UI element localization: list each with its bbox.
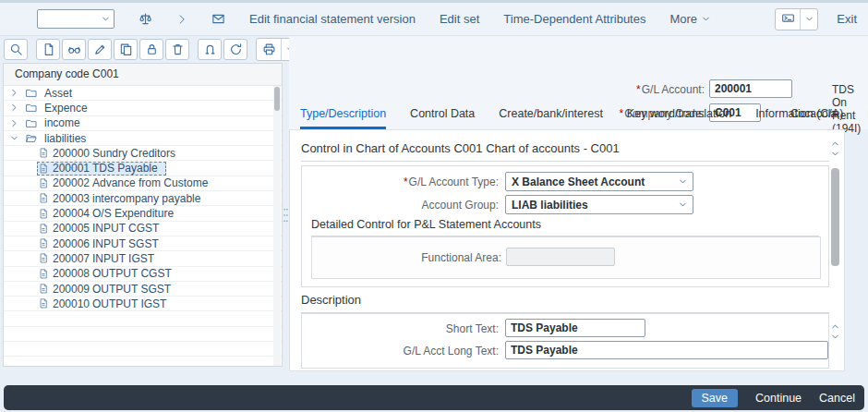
description-group-box: Short Text: G/L Acct Long Text:	[301, 313, 829, 369]
content-scrollbar-thumb[interactable]	[831, 168, 839, 266]
tab-content-panel: Control in Chart of Accounts C001 Chart …	[289, 129, 845, 371]
balance-scale-icon[interactable]	[139, 12, 152, 26]
more-label: More	[669, 12, 697, 26]
tree-item-200008[interactable]: 200008OUTPUT CGST	[4, 267, 282, 282]
account-number: 200002	[53, 176, 92, 189]
account-name: INPUT SGST	[92, 237, 159, 250]
tree-item-200003[interactable]: 200003intercompany payable	[4, 191, 282, 206]
long-text-input[interactable]	[505, 341, 828, 359]
account-note-icon	[38, 268, 49, 280]
tab-control-data[interactable]: Control Data	[410, 98, 475, 129]
mail-icon[interactable]	[211, 12, 225, 26]
create-icon	[42, 42, 55, 56]
tree-scrollbar-thumb[interactable]	[274, 87, 280, 111]
tree-item-200005[interactable]: 200005INPUT CGST	[4, 222, 282, 236]
tree-item-200006[interactable]: 200006INPUT SGST	[4, 236, 282, 251]
gl-account-label: *G/L Account:	[520, 83, 705, 96]
tree-item-content[interactable]: 200002Advance from Custome	[37, 176, 216, 190]
chevron-right-icon[interactable]	[10, 119, 18, 127]
continue-button[interactable]: Continue	[755, 392, 802, 405]
tree-item-200001[interactable]: 200001TDS Payable	[4, 161, 282, 176]
tab-information-c-a[interactable]: Information (C/A)	[755, 98, 843, 129]
account-number: 200000	[53, 147, 92, 160]
search-button[interactable]	[4, 39, 28, 60]
tree-folder-income[interactable]: income	[4, 116, 282, 131]
pl-control-box: Functional Area:	[311, 236, 821, 279]
menu-edit-set[interactable]: Edit set	[440, 12, 479, 26]
scroll-up-icon[interactable]	[831, 322, 839, 331]
create-button[interactable]	[36, 39, 60, 60]
print-button[interactable]	[257, 39, 281, 60]
command-combobox[interactable]	[37, 9, 115, 29]
tab-type-description[interactable]: Type/Description	[300, 98, 386, 129]
chevron-right-icon[interactable]	[10, 89, 18, 97]
tree-item-200010[interactable]: 200010OUTPUT IGST	[4, 297, 282, 311]
refresh-button[interactable]	[223, 39, 247, 60]
where-used-icon	[203, 42, 217, 56]
gui-actions-dropdown[interactable]	[800, 9, 817, 30]
tree-item-200009[interactable]: 200009OUTPUT SGST	[4, 282, 282, 297]
panel-splitter[interactable]	[283, 63, 289, 367]
delete-button[interactable]	[165, 39, 189, 60]
menu-time-dependent-attributes[interactable]: Time-Dependent Attributes	[503, 12, 645, 26]
folder-icon	[25, 117, 38, 129]
gui-actions-split-button[interactable]	[775, 8, 818, 30]
gl-account-type-select[interactable]: X Balance Sheet Account	[505, 172, 693, 191]
account-note-icon	[38, 208, 49, 220]
exit-button[interactable]: Exit	[837, 12, 857, 26]
gui-actions-icon[interactable]	[776, 9, 800, 30]
tree-item-content[interactable]: 200007INPUT IGST	[37, 251, 163, 265]
tree-item-content[interactable]: 200009OUTPUT SGST	[37, 282, 179, 296]
tree-item-content[interactable]: 200004O/S Expenditure	[37, 207, 182, 221]
tree-item-content[interactable]: 200006INPUT SGST	[37, 236, 167, 250]
scroll-down-icon[interactable]	[831, 150, 839, 158]
account-note-icon	[38, 163, 49, 175]
edit-button[interactable]	[88, 39, 112, 60]
tab-key-word-translation[interactable]: Key word/translation	[627, 98, 731, 129]
lock-button[interactable]	[139, 39, 163, 60]
copy-button[interactable]	[114, 39, 138, 60]
tree-item-content[interactable]: 200000Sundry Creditors	[37, 146, 184, 160]
scroll-up-icon[interactable]	[831, 139, 839, 148]
next-screen-icon[interactable]	[176, 14, 187, 25]
combobox-dropdown-icon[interactable]	[102, 15, 110, 23]
tree-item-content[interactable]: 200003intercompany payable	[37, 191, 209, 205]
tree-folder-asset[interactable]: Asset	[4, 86, 282, 101]
tree-empty-row	[4, 327, 282, 342]
content-scrollbar[interactable]	[830, 138, 841, 365]
tab-label: Type/Description	[300, 107, 386, 120]
tree-item-content[interactable]: 200001TDS Payable	[37, 162, 166, 176]
menu-edit-financial-statement-version[interactable]: Edit financial statement version	[249, 12, 416, 26]
tree-item-content[interactable]: 200005INPUT CGST	[37, 222, 167, 236]
tree-item-200000[interactable]: 200000Sundry Creditors	[4, 146, 282, 161]
chevron-right-icon[interactable]	[10, 103, 18, 112]
folder-icon	[25, 102, 38, 114]
chevron-down-icon	[702, 15, 710, 23]
tree-item-content[interactable]: 200010OUTPUT IGST	[37, 297, 175, 310]
display-button[interactable]	[62, 39, 86, 60]
short-text-input[interactable]	[505, 319, 645, 337]
chevron-down-icon[interactable]	[10, 134, 18, 142]
tree-item-200002[interactable]: 200002Advance from Custome	[4, 176, 282, 191]
tree-item-200007[interactable]: 200007INPUT IGST	[4, 251, 282, 266]
tree-item-200004[interactable]: 200004O/S Expenditure	[4, 206, 282, 221]
account-group-select[interactable]: LIAB liabilities	[505, 195, 693, 214]
tree-empty-row	[4, 342, 282, 357]
tab-strip: Type/DescriptionControl DataCreate/bank/…	[289, 98, 845, 129]
tree-item-content[interactable]: 200008OUTPUT CGST	[37, 267, 180, 281]
tab-create-bank-interest[interactable]: Create/bank/interest	[499, 98, 603, 129]
gl-account-input[interactable]	[709, 79, 792, 98]
scroll-down-icon[interactable]	[831, 333, 839, 341]
account-name: Advance from Custome	[92, 176, 208, 189]
cancel-button[interactable]: Cancel	[819, 392, 855, 405]
where-used-button[interactable]	[198, 39, 222, 60]
edit-icon	[93, 42, 107, 56]
menu-more[interactable]: More	[669, 12, 710, 26]
account-name: INPUT CGST	[92, 222, 159, 235]
save-button[interactable]: Save	[692, 389, 739, 407]
tree-scrollbar[interactable]	[273, 86, 281, 366]
tree-folder-expence[interactable]: Expence	[4, 101, 282, 115]
search-icon	[9, 42, 23, 56]
tree-folder-liabilities[interactable]: liabilities	[4, 131, 282, 146]
sap-gl-account-window: Edit financial statement version Edit se…	[0, 0, 868, 412]
